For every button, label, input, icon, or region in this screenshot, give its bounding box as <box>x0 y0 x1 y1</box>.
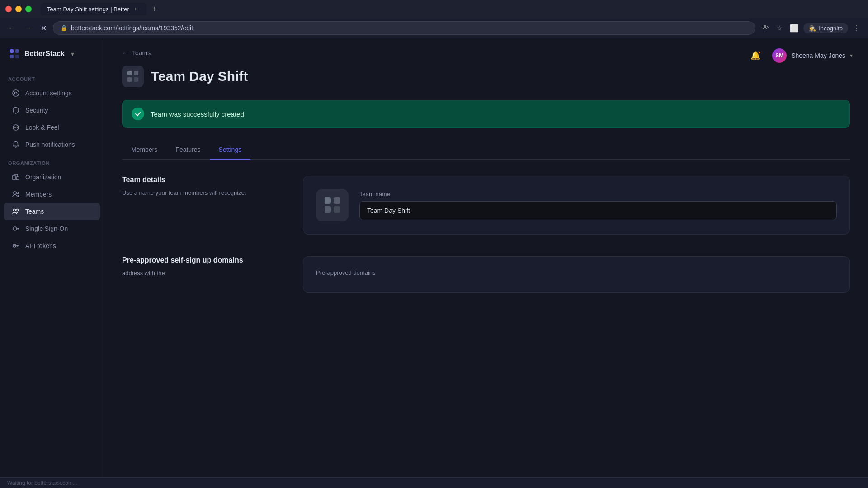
svg-point-16 <box>13 227 17 230</box>
breadcrumb-back-arrow: ← <box>122 49 128 56</box>
main-content: 🔔 SM Sheena May Jones ▾ ← Teams <box>104 38 868 477</box>
eye-off-icon[interactable]: 👁 <box>759 22 772 34</box>
minimize-window-button[interactable] <box>15 6 22 12</box>
tab-features[interactable]: Features <box>166 141 209 160</box>
organization-icon <box>12 173 20 181</box>
notification-dot <box>758 51 761 54</box>
svg-point-5 <box>15 92 17 94</box>
teams-icon <box>12 207 20 216</box>
sidebar-item-push-notifications[interactable]: Push notifications <box>4 136 100 153</box>
lock-icon: 🔒 <box>61 25 67 31</box>
members-icon <box>12 190 20 198</box>
browser-chrome: Team Day Shift settings | Better ✕ + ← →… <box>0 0 868 38</box>
svg-rect-2 <box>10 55 14 58</box>
tab-title: Team Day Shift settings | Better <box>47 6 129 13</box>
look-feel-label: Look & Feel <box>25 124 59 131</box>
tab-settings[interactable]: Settings <box>210 141 251 160</box>
svg-rect-11 <box>16 177 19 180</box>
incognito-badge[interactable]: 🕵 Incognito <box>803 23 848 33</box>
close-window-button[interactable] <box>5 6 12 12</box>
pre-approved-section: Pre-approved self-sign up domains addres… <box>122 256 850 293</box>
split-view-icon[interactable]: ⬜ <box>787 22 802 34</box>
team-avatar-large <box>316 189 349 221</box>
back-button[interactable]: ← <box>5 22 18 34</box>
single-sign-on-label: Single Sign-On <box>25 225 68 232</box>
team-name-input[interactable] <box>359 201 837 220</box>
look-feel-icon <box>12 123 20 131</box>
breadcrumb-teams-link[interactable]: Teams <box>132 49 151 56</box>
notification-button[interactable]: 🔔 <box>750 51 760 61</box>
svg-rect-19 <box>127 71 132 75</box>
sidebar-logo: BetterStack <box>8 47 65 60</box>
logo-text: BetterStack <box>24 50 65 58</box>
account-section-label: ACCOUNT <box>0 69 104 84</box>
bookmark-icon[interactable]: ☆ <box>774 22 785 34</box>
svg-point-15 <box>16 209 19 211</box>
sidebar-item-look-feel[interactable]: Look & Feel <box>4 119 100 136</box>
pre-approved-desc-text: address with the <box>122 269 285 278</box>
sidebar-item-security[interactable]: Security <box>4 102 100 119</box>
svg-point-12 <box>14 192 16 194</box>
api-tokens-label: API tokens <box>25 242 56 249</box>
logo-icon <box>8 47 21 60</box>
new-tab-button[interactable]: + <box>148 3 161 15</box>
browser-nav-bar: ← → ✕ 🔒 betterstack.com/settings/teams/1… <box>0 18 868 38</box>
organization-label: Organization <box>25 174 61 181</box>
pre-approved-title: Pre-approved self-sign up domains <box>122 256 285 264</box>
svg-rect-26 <box>334 206 340 213</box>
success-check-icon <box>132 108 144 120</box>
maximize-window-button[interactable] <box>25 6 32 12</box>
security-label: Security <box>25 107 48 114</box>
success-message: Team was successfully created. <box>151 110 246 118</box>
svg-point-7 <box>14 127 15 128</box>
user-name: Sheena May Jones <box>791 52 845 59</box>
team-details-description: Team details Use a name your team member… <box>122 176 285 198</box>
team-icon <box>122 66 144 87</box>
active-tab[interactable]: Team Day Shift settings | Better ✕ <box>41 3 146 15</box>
single-sign-on-icon <box>12 225 20 233</box>
tab-close-button[interactable]: ✕ <box>133 5 140 13</box>
sidebar-item-account-settings[interactable]: Account settings <box>4 84 100 102</box>
account-settings-icon <box>12 89 20 97</box>
sidebar-item-members[interactable]: Members <box>4 186 100 203</box>
account-settings-label: Account settings <box>25 89 72 97</box>
pre-approved-form: Pre-approved domains <box>303 256 850 293</box>
team-name-label: Team name <box>359 191 837 197</box>
forward-button[interactable]: → <box>22 22 34 34</box>
members-label: Members <box>25 191 52 198</box>
push-notifications-icon <box>12 141 20 149</box>
pre-approved-description: Pre-approved self-sign up domains addres… <box>122 256 285 278</box>
svg-rect-24 <box>334 197 340 204</box>
sidebar-item-api-tokens[interactable]: API tokens <box>4 237 100 254</box>
svg-rect-10 <box>13 175 15 180</box>
svg-point-14 <box>14 209 16 211</box>
browser-title-bar: Team Day Shift settings | Better ✕ + <box>0 0 868 18</box>
browser-nav-icons: 👁 ☆ ⬜ 🕵 Incognito ⋮ <box>759 22 863 34</box>
sidebar-chevron-icon: ▾ <box>71 50 74 57</box>
team-details-desc-text: Use a name your team members will recogn… <box>122 188 285 198</box>
pre-approved-label: Pre-approved domains <box>316 269 837 276</box>
svg-rect-22 <box>134 77 138 82</box>
sidebar-header[interactable]: BetterStack ▾ <box>0 38 104 69</box>
api-tokens-icon <box>12 242 20 250</box>
sidebar-item-organization[interactable]: Organization <box>4 169 100 186</box>
browser-menu-icon[interactable]: ⋮ <box>850 22 863 34</box>
page-title: Team Day Shift <box>151 69 248 84</box>
incognito-label: Incognito <box>819 25 843 32</box>
svg-point-4 <box>13 90 19 96</box>
address-bar[interactable]: 🔒 betterstack.com/settings/teams/193352/… <box>53 21 755 35</box>
svg-rect-25 <box>325 206 331 213</box>
team-details-form: Team name <box>303 176 850 235</box>
sidebar: BetterStack ▾ ACCOUNT Account settings S… <box>0 38 104 477</box>
tab-members[interactable]: Members <box>122 141 166 160</box>
security-icon <box>12 106 20 114</box>
svg-point-18 <box>14 245 15 246</box>
sidebar-item-single-sign-on[interactable]: Single Sign-On <box>4 220 100 237</box>
sidebar-item-teams[interactable]: Teams <box>4 203 100 220</box>
stop-loading-button[interactable]: ✕ <box>38 22 49 34</box>
svg-rect-21 <box>127 77 132 82</box>
user-menu[interactable]: SM Sheena May Jones ▾ <box>768 46 857 66</box>
svg-point-13 <box>17 192 19 194</box>
push-notifications-label: Push notifications <box>25 141 75 148</box>
window-controls <box>5 6 32 12</box>
